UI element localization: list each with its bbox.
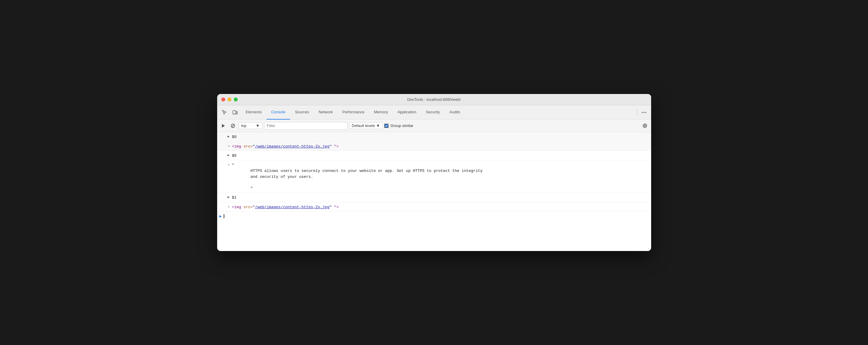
cursor-svg — [222, 110, 227, 115]
minimize-button[interactable] — [227, 98, 231, 101]
svg-point-4 — [643, 112, 645, 113]
row-gutter: ▶ — [217, 194, 232, 199]
attr-src: src="/web/images/content-https-2x.jpg" — [244, 205, 332, 209]
console-text-result: " HTTPS allows users to securely connect… — [232, 162, 651, 191]
run-icon — [221, 123, 226, 128]
row-content: <img src="/web/images/content-https-2x.j… — [232, 203, 651, 210]
svg-rect-1 — [236, 112, 237, 114]
tab-memory[interactable]: Memory — [369, 105, 393, 120]
row-gutter: ◂ — [217, 161, 232, 166]
device-svg — [232, 110, 238, 115]
row-content: <img src="/web/images/content-https-2x.j… — [232, 143, 651, 150]
tab-separator — [637, 109, 638, 116]
tag-close: "> — [334, 144, 339, 149]
tab-application[interactable]: Application — [393, 105, 421, 120]
more-dots-svg — [641, 109, 647, 116]
inspect-icon[interactable] — [220, 108, 229, 117]
more-options-button[interactable] — [639, 108, 649, 117]
row-content: $1 — [232, 194, 651, 201]
gear-icon — [643, 123, 647, 128]
row-gutter: ▶ — [217, 152, 232, 157]
row-gutter: ◂ — [217, 203, 232, 209]
console-row: ◂ <img src="/web/images/content-https-2x… — [217, 202, 651, 212]
tab-security[interactable]: Security — [421, 105, 445, 120]
window-title: DevTools - localhost:8080/web/ — [407, 97, 461, 102]
tab-audits[interactable]: Audits — [445, 105, 465, 120]
console-row: ◂ " HTTPS allows users to securely conne… — [217, 160, 651, 193]
console-input-row[interactable]: ▶ — [217, 212, 651, 221]
tag-close: "> — [334, 205, 339, 209]
response-arrow: ◂ — [227, 163, 230, 166]
console-row: ▶ $0 — [217, 132, 651, 142]
expand-arrow[interactable]: ▶ — [227, 153, 230, 157]
row-content: $0 — [232, 152, 651, 159]
close-button[interactable] — [221, 98, 225, 101]
console-row: ▶ $1 — [217, 193, 651, 202]
row-content: " HTTPS allows users to securely connect… — [232, 161, 651, 191]
console-row: ◂ <img src="/web/images/content-https-2x… — [217, 142, 651, 151]
levels-button[interactable]: Default levels ▼ — [349, 122, 383, 129]
cursor — [224, 214, 224, 218]
tag-open: <img — [232, 205, 241, 209]
tab-performance[interactable]: Performance — [338, 105, 369, 120]
filter-input[interactable] — [264, 122, 347, 130]
console-toolbar: top ▼ Default levels ▼ Group similar — [217, 120, 651, 132]
input-prompt: ▶ — [220, 214, 222, 219]
console-content: ▶ $0 ◂ <img src="/web/images/content-htt… — [217, 132, 651, 251]
expand-arrow[interactable]: ▶ — [227, 134, 230, 138]
maximize-button[interactable] — [234, 98, 238, 101]
devtools-window: DevTools - localhost:8080/web/ Elements … — [217, 94, 651, 251]
settings-button[interactable] — [641, 122, 649, 130]
device-toolbar-icon[interactable] — [230, 108, 240, 117]
svg-point-2 — [234, 113, 235, 114]
clear-messages-button[interactable] — [229, 122, 237, 130]
console-result-text: $0 — [232, 154, 237, 158]
row-gutter: ▶ — [217, 133, 232, 138]
response-arrow: ◂ — [227, 205, 230, 209]
row-content: $0 — [232, 133, 651, 140]
svg-point-9 — [644, 125, 646, 126]
block-icon — [230, 123, 235, 128]
console-result-text: $1 — [232, 195, 237, 200]
attr-value-link[interactable]: /web/images/content-https-2x.jpg — [255, 144, 330, 149]
group-similar-checkbox[interactable] — [384, 124, 389, 128]
context-selector[interactable]: top ▼ — [239, 122, 262, 129]
expand-arrow[interactable]: ▶ — [227, 195, 230, 199]
attr-src: src="/web/images/content-https-2x.jpg" — [244, 144, 332, 149]
tab-elements[interactable]: Elements — [241, 105, 267, 120]
tab-sources[interactable]: Sources — [290, 105, 314, 120]
svg-point-5 — [645, 112, 646, 113]
checkmark-icon — [385, 124, 388, 127]
execute-button[interactable] — [220, 122, 227, 130]
svg-marker-6 — [222, 124, 225, 128]
console-result-text: $0 — [232, 135, 237, 139]
tab-network[interactable]: Network — [314, 105, 338, 120]
tab-console[interactable]: Console — [267, 105, 290, 120]
group-similar-toggle[interactable]: Group similar — [384, 123, 413, 128]
tag-open: <img — [232, 144, 241, 149]
attr-value-link[interactable]: /web/images/content-https-2x.jpg — [255, 205, 330, 209]
traffic-lights — [221, 98, 238, 101]
console-row: ▶ $0 — [217, 151, 651, 160]
svg-point-3 — [642, 112, 643, 113]
response-arrow: ◂ — [227, 144, 230, 148]
levels-arrow: ▼ — [376, 123, 380, 128]
devtools-tabs: Elements Console Sources Network Perform… — [217, 105, 651, 120]
title-bar: DevTools - localhost:8080/web/ — [217, 94, 651, 105]
row-gutter: ◂ — [217, 143, 232, 148]
dropdown-arrow: ▼ — [256, 123, 260, 128]
svg-line-8 — [231, 124, 234, 127]
